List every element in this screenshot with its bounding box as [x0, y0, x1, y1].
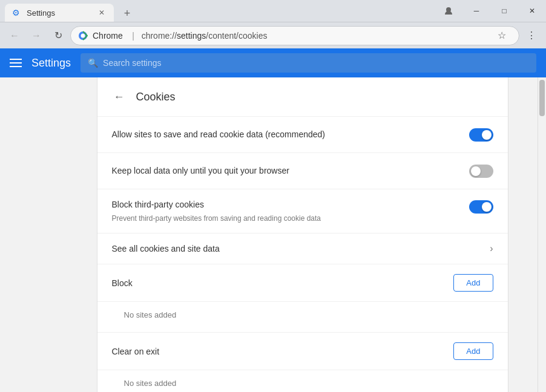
- keep-local-data-label: Keep local data only until you quit your…: [112, 165, 469, 177]
- svg-point-2: [81, 33, 85, 38]
- block-add-button[interactable]: Add: [453, 274, 493, 292]
- keep-local-data-track: [469, 165, 493, 178]
- block-section-label: Block: [112, 278, 454, 288]
- block-third-party-sublabel: Prevent third-party websites from saving…: [112, 214, 469, 224]
- block-third-party-text: Block third-party cookies Prevent third-…: [112, 199, 469, 223]
- clear-on-exit-no-sites-text: No sites added: [124, 379, 177, 388]
- search-icon: 🔍: [88, 58, 98, 68]
- maximize-button[interactable]: □: [490, 0, 518, 22]
- minimize-button[interactable]: ─: [462, 0, 490, 22]
- allow-cookies-text: Allow sites to save and read cookie data…: [112, 129, 469, 141]
- block-third-party-thumb: [482, 202, 492, 212]
- scrollbar-thumb[interactable]: [539, 80, 545, 116]
- allow-cookies-track: [469, 128, 493, 142]
- allow-cookies-toggle[interactable]: [469, 128, 493, 142]
- search-input[interactable]: [103, 58, 529, 68]
- left-sidebar-space: [0, 77, 67, 392]
- see-all-cookies-label: See all cookies and site data: [112, 244, 490, 253]
- forward-button[interactable]: →: [27, 26, 46, 45]
- clear-on-exit-label: Clear on exit: [112, 347, 454, 356]
- page-title: Cookies: [136, 91, 176, 103]
- clear-on-exit-no-sites-row: No sites added: [97, 370, 508, 392]
- clear-on-exit-add-button[interactable]: Add: [453, 342, 493, 360]
- url-highlight: settings: [177, 31, 206, 41]
- allow-cookies-row: Allow sites to save and read cookie data…: [97, 117, 508, 153]
- block-no-sites-row: No sites added: [97, 302, 508, 333]
- new-tab-button[interactable]: +: [119, 5, 136, 22]
- block-third-party-row: Block third-party cookies Prevent third-…: [97, 189, 508, 234]
- keep-local-data-text: Keep local data only until you quit your…: [112, 165, 469, 177]
- block-section-header: Block Add: [97, 264, 508, 302]
- settings-tab[interactable]: ⚙ Settings ✕: [5, 4, 114, 22]
- back-to-content-settings-button[interactable]: ←: [112, 90, 127, 104]
- tab-close-button[interactable]: ✕: [97, 8, 107, 18]
- title-bar: ⚙ Settings ✕ + ─ □ ✕: [0, 0, 546, 22]
- content-panel: ← Cookies Allow sites to save and read c…: [97, 77, 508, 392]
- page-header: ← Cookies: [97, 77, 508, 117]
- tab-area: ⚙ Settings ✕ +: [0, 0, 136, 22]
- address-bar[interactable]: Chrome | chrome://settings/content/cooki…: [70, 26, 519, 45]
- chrome-menu-button[interactable]: ⋮: [522, 26, 541, 45]
- keep-local-data-toggle[interactable]: [469, 165, 493, 178]
- see-all-cookies-row[interactable]: See all cookies and site data ›: [97, 234, 508, 264]
- hamburger-menu-button[interactable]: [10, 59, 22, 67]
- block-no-sites-text: No sites added: [124, 310, 177, 319]
- close-button[interactable]: ✕: [518, 0, 546, 22]
- tab-label: Settings: [27, 8, 92, 18]
- toolbar: ← → ↻ Chrome | chrome://settings/content…: [0, 22, 546, 48]
- chrome-label: Chrome: [93, 31, 123, 41]
- url-suffix: /content/cookies: [206, 31, 267, 41]
- main-area: ← Cookies Allow sites to save and read c…: [0, 77, 546, 392]
- block-third-party-track: [469, 200, 493, 214]
- bookmark-button[interactable]: ☆: [492, 26, 511, 45]
- settings-header: Settings 🔍: [0, 48, 546, 77]
- profile-button[interactable]: [435, 0, 462, 22]
- window-controls: ─ □ ✕: [435, 0, 546, 22]
- clear-on-exit-section-header: Clear on exit Add: [97, 333, 508, 370]
- keep-local-data-thumb: [471, 166, 481, 176]
- settings-favicon: ⚙: [12, 8, 22, 18]
- allow-cookies-thumb: [482, 130, 492, 140]
- back-button[interactable]: ←: [5, 26, 24, 45]
- url-prefix: chrome://: [142, 31, 177, 41]
- reload-button[interactable]: ↻: [48, 26, 68, 45]
- address-text: Chrome | chrome://settings/content/cooki…: [93, 31, 487, 41]
- settings-search-box[interactable]: 🔍: [81, 53, 536, 73]
- keep-local-data-row: Keep local data only until you quit your…: [97, 153, 508, 189]
- allow-cookies-label: Allow sites to save and read cookie data…: [112, 129, 469, 141]
- chevron-right-icon: ›: [490, 243, 493, 254]
- settings-app-title: Settings: [31, 57, 71, 70]
- block-third-party-label: Block third-party cookies: [112, 199, 469, 211]
- block-third-party-toggle[interactable]: [469, 200, 493, 214]
- chrome-icon: [78, 31, 88, 41]
- scrollbar-track[interactable]: [538, 77, 546, 392]
